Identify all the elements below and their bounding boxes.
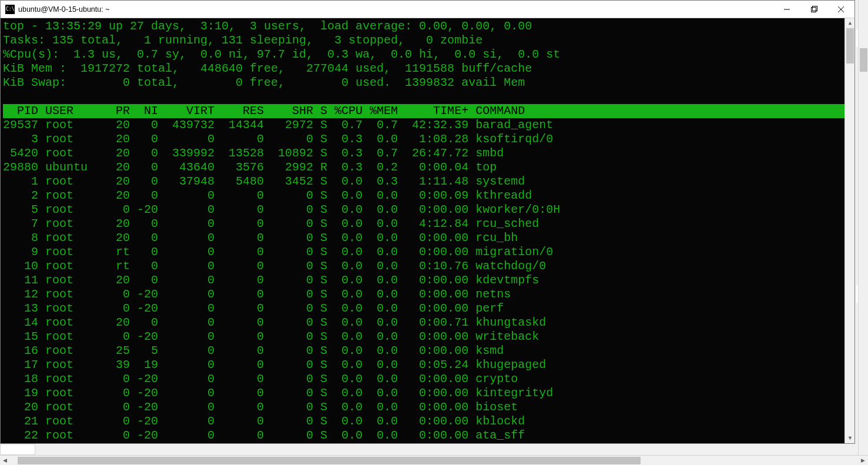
process-row: 18 root 0 -20 0 0 0 S 0.0 0.0 0:00.00 cr… (3, 372, 518, 386)
minimize-button[interactable] (773, 1, 800, 18)
window-title: ubuntu@VM-0-15-ubuntu: ~ (18, 5, 773, 14)
top-summary-mem: KiB Mem : 1917272 total, 448640 free, 27… (3, 62, 532, 75)
process-table-header: PID USER PR NI VIRT RES SHR S %CPU %MEM … (3, 104, 844, 118)
process-row: 17 root 39 19 0 0 0 S 0.0 0.0 0:05.24 kh… (3, 358, 546, 372)
scroll-left-button[interactable]: ◀ (0, 456, 10, 465)
process-row: 15 root 0 -20 0 0 0 S 0.0 0.0 0:00.00 wr… (3, 330, 539, 343)
top-summary-tasks: Tasks: 135 total, 1 running, 131 sleepin… (3, 34, 482, 47)
process-row: 19 root 0 -20 0 0 0 S 0.0 0.0 0:00.00 ki… (3, 386, 553, 400)
maximize-icon (811, 6, 817, 12)
cmd-icon (5, 5, 15, 14)
process-row: 8 root 20 0 0 0 0 S 0.0 0.0 0:00.00 rcu_… (3, 231, 518, 245)
window-controls (773, 1, 854, 18)
process-row: 5420 root 20 0 339992 13528 10892 S 0.3 … (3, 146, 504, 160)
close-button[interactable] (827, 1, 854, 18)
process-row: 9 root rt 0 0 0 0 S 0.0 0.0 0:00.00 migr… (3, 245, 553, 259)
process-row: 7 root 20 0 0 0 0 S 0.0 0.0 4:12.84 rcu_… (3, 217, 539, 230)
top-summary-uptime: top - 13:35:29 up 27 days, 3:10, 3 users… (3, 19, 532, 33)
process-row: 22 root 0 -20 0 0 0 S 0.0 0.0 0:00.00 at… (3, 429, 525, 442)
top-summary-cpu: %Cpu(s): 1.3 us, 0.7 sy, 0.0 ni, 97.7 id… (3, 48, 560, 61)
scroll-up-button[interactable]: ▲ (845, 18, 855, 28)
scroll-right-button[interactable]: ▶ (858, 456, 868, 465)
close-icon (838, 6, 844, 12)
maximize-button[interactable] (800, 1, 827, 18)
process-row: 3 root 20 0 0 0 0 S 0.3 0.0 1:08.28 ksof… (3, 132, 553, 146)
page-horizontal-scrollbar[interactable]: ◀ ▶ (0, 455, 868, 465)
minimize-icon (784, 6, 790, 12)
process-row: 29880 ubuntu 20 0 43640 3576 2992 R 0.3 … (3, 160, 497, 174)
terminal-output[interactable]: top - 13:35:29 up 27 days, 3:10, 3 users… (1, 18, 844, 443)
process-row: 12 root 0 -20 0 0 0 S 0.0 0.0 0:00.00 ne… (3, 287, 511, 301)
process-row: 11 root 20 0 0 0 0 S 0.0 0.0 0:00.00 kde… (3, 273, 539, 287)
process-row: 20 root 0 -20 0 0 0 S 0.0 0.0 0:00.00 bi… (3, 400, 518, 414)
host-tab-strip[interactable] (0, 444, 35, 455)
process-row: 1 root 20 0 37948 5480 3452 S 0.0 0.3 1:… (3, 175, 525, 188)
scrollbar-thumb[interactable] (860, 48, 867, 72)
scrollbar-thumb[interactable] (846, 28, 854, 63)
process-row: 16 root 25 5 0 0 0 S 0.0 0.0 0:00.00 ksm… (3, 344, 504, 357)
process-row: 2 root 20 0 0 0 0 S 0.0 0.0 0:00.09 kthr… (3, 189, 532, 202)
process-row: 14 root 20 0 0 0 0 S 0.0 0.0 0:00.71 khu… (3, 316, 546, 329)
window-titlebar[interactable]: ubuntu@VM-0-15-ubuntu: ~ (1, 1, 854, 18)
svg-rect-2 (812, 6, 817, 11)
svg-rect-1 (811, 8, 816, 12)
terminal-window: ubuntu@VM-0-15-ubuntu: ~ top - 13:35:29 … (0, 0, 855, 444)
process-row: 5 root 0 -20 0 0 0 S 0.0 0.0 0:00.00 kwo… (3, 203, 560, 216)
process-row: 10 root rt 0 0 0 0 S 0.0 0.0 0:10.76 wat… (3, 259, 546, 273)
scrollbar-thumb[interactable] (18, 457, 641, 464)
process-row: 13 root 0 -20 0 0 0 S 0.0 0.0 0:00.00 pe… (3, 302, 504, 315)
top-summary-swap: KiB Swap: 0 total, 0 free, 0 used. 13998… (3, 76, 525, 89)
process-row: 21 root 0 -20 0 0 0 S 0.0 0.0 0:00.00 kb… (3, 414, 525, 428)
page-vertical-scrollbar[interactable] (858, 0, 868, 455)
terminal-vertical-scrollbar[interactable]: ▲ ▼ (844, 18, 854, 443)
scroll-down-button[interactable]: ▼ (845, 433, 855, 443)
process-row: 29537 root 20 0 439732 14344 2972 S 0.7 … (3, 118, 553, 132)
